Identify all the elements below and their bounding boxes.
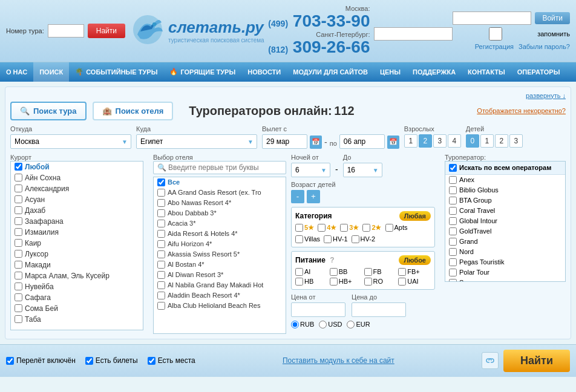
food-help-icon[interactable]: ? (330, 256, 334, 264)
resort-checkbox-ismailia[interactable] (15, 228, 22, 236)
operator-all-checkbox[interactable] (449, 164, 457, 172)
resort-item-soma[interactable]: Сома Бей (11, 303, 143, 314)
resort-checkbox-luxor[interactable] (15, 250, 22, 258)
display-issue-link[interactable]: Отображается некорректно? (477, 107, 566, 114)
nav-events[interactable]: 🌴 СОБЫТИЙНЫЕ ТУРЫ (69, 62, 163, 82)
hotel-item-6[interactable]: Aifu Horizon 4* (154, 239, 286, 249)
nav-contacts[interactable]: КОНТАКТЫ (462, 62, 511, 82)
login-input[interactable] (453, 11, 531, 25)
operator-checkbox-sunmar[interactable] (449, 279, 457, 282)
nav-prices[interactable]: ЦЕНЫ (374, 62, 407, 82)
cat-4star[interactable]: 4★ (318, 224, 336, 232)
food-fbplus[interactable]: FB+ (398, 268, 431, 276)
nav-news[interactable]: НОВОСТИ (241, 62, 287, 82)
flight-checkbox[interactable] (6, 357, 14, 365)
food-hbplus[interactable]: HB+ (330, 278, 362, 286)
adults-4-btn[interactable]: 4 (448, 134, 461, 148)
remember-checkbox[interactable] (456, 27, 535, 41)
resort-item-ismailia[interactable]: Измаилия (11, 227, 143, 238)
food-ro[interactable]: RO (364, 278, 397, 286)
depart-date-input[interactable] (262, 134, 307, 149)
cat-2star[interactable]: 2★ (362, 224, 381, 232)
operator-biblio[interactable]: Biblio Globus (445, 185, 565, 195)
flight-included-check[interactable]: Перелёт включён (6, 356, 76, 365)
hotel-checkbox-all[interactable] (157, 178, 165, 186)
operator-polar[interactable]: Polar Tour (445, 267, 565, 278)
return-calendar-button[interactable]: 📅 (387, 136, 399, 149)
hotel-item-12[interactable]: Alba Club Helioland Beach Res (154, 301, 286, 311)
resort-checkbox-aswan[interactable] (15, 195, 22, 203)
nav-support[interactable]: ПОДДЕРЖКА (407, 62, 462, 82)
hotel-item-4[interactable]: Acacia 3* (154, 218, 286, 229)
food-bb[interactable]: BB (330, 268, 362, 276)
expand-button[interactable]: развернуть ↓ (10, 92, 566, 99)
cat-3star[interactable]: 3★ (340, 224, 359, 232)
operator-checkbox-coral[interactable] (449, 207, 457, 215)
hotel-checkbox-3[interactable] (157, 209, 165, 217)
register-link[interactable]: Регистрация (475, 43, 514, 50)
adults-2-btn[interactable]: 2 (419, 134, 432, 148)
operator-checkbox-nord[interactable] (449, 248, 457, 256)
resort-checkbox-dahab[interactable] (15, 206, 22, 214)
children-3-btn[interactable]: 3 (509, 134, 523, 148)
seats-checkbox[interactable] (148, 357, 155, 365)
operator-sunmar[interactable]: Sunmar (445, 278, 565, 282)
tab-tour-search[interactable]: 🔍 Поиск тура (10, 102, 87, 120)
operator-checkbox-grand[interactable] (449, 238, 457, 246)
resort-item-alexandria[interactable]: Александрия (11, 183, 143, 194)
resort-checkbox-all[interactable] (15, 163, 22, 171)
hotel-checkbox-8[interactable] (157, 261, 165, 269)
resort-item-cairo[interactable]: Каир (11, 238, 143, 249)
resort-checkbox-soma[interactable] (15, 304, 22, 312)
food-fb[interactable]: FB (364, 268, 397, 276)
children-1-btn[interactable]: 1 (480, 134, 494, 148)
password-input[interactable] (374, 27, 453, 41)
to-select[interactable]: Египет (136, 134, 257, 149)
hotel-item-3[interactable]: Abou Dabbab 3* (154, 208, 286, 218)
operator-checkbox-biblio[interactable] (449, 186, 457, 194)
resort-item-luxor[interactable]: Луксор (11, 249, 143, 260)
tickets-checkbox[interactable] (85, 357, 93, 365)
login-button[interactable]: Войти (535, 12, 570, 24)
operator-checkbox-pegas[interactable] (449, 258, 457, 266)
operator-global[interactable]: Global Intour (445, 216, 565, 226)
operator-nord[interactable]: Nord (445, 247, 565, 257)
age-minus-btn[interactable]: - (291, 190, 304, 203)
hotel-checkbox-11[interactable] (157, 292, 165, 299)
nav-about[interactable]: О НАС (0, 62, 33, 82)
age-plus-btn[interactable]: + (307, 190, 320, 203)
hotel-checkbox-6[interactable] (157, 240, 165, 248)
resort-checkbox-alexandria[interactable] (15, 185, 22, 192)
food-ai[interactable]: AI (295, 268, 328, 276)
hotel-checkbox-10[interactable] (157, 281, 165, 289)
food-hb[interactable]: HB (295, 278, 328, 286)
cat-hv2[interactable]: HV-2 (352, 235, 375, 243)
resort-checkbox-taba[interactable] (15, 315, 22, 323)
hotel-checkbox-4[interactable] (157, 220, 165, 227)
resort-item-dahab[interactable]: Дахаб (11, 205, 143, 216)
resort-item-nuweiba[interactable]: Нувейба (11, 281, 143, 292)
operator-checkbox-bta[interactable] (449, 197, 457, 204)
operator-search-all-item[interactable]: Искать по всем операторам (445, 162, 565, 175)
module-link[interactable]: Поставить модуль к себе на сайт (283, 356, 394, 365)
currency-rub[interactable]: RUB (291, 321, 314, 328)
resort-checkbox-makadi[interactable] (15, 261, 22, 269)
nav-operators[interactable]: ОПЕРАТОРЫ (511, 62, 566, 82)
hotel-item-2[interactable]: Abo Nawas Resort 4* (154, 198, 286, 208)
hotel-search-input[interactable] (168, 163, 277, 172)
seats-check[interactable]: Есть места (148, 356, 195, 365)
resort-item-all[interactable]: Любой (11, 162, 143, 172)
operator-gold[interactable]: GoldTravel (445, 226, 565, 237)
return-date-input[interactable] (339, 134, 385, 149)
hotel-item-5[interactable]: Aida Resort & Hotels 4* (154, 229, 286, 239)
resort-item-makadi[interactable]: Макади (11, 260, 143, 270)
children-2-btn[interactable]: 2 (495, 134, 508, 148)
hotel-item-all[interactable]: Все (154, 177, 286, 188)
resort-item-safaga[interactable]: Сафага (11, 292, 143, 303)
tickets-check[interactable]: Есть билеты (85, 356, 138, 365)
food-uai[interactable]: UAI (398, 278, 431, 286)
adults-3-btn[interactable]: 3 (433, 134, 447, 148)
hotel-checkbox-12[interactable] (157, 302, 165, 310)
resort-checkbox-cairo[interactable] (15, 239, 22, 247)
currency-eur[interactable]: EUR (347, 321, 370, 328)
